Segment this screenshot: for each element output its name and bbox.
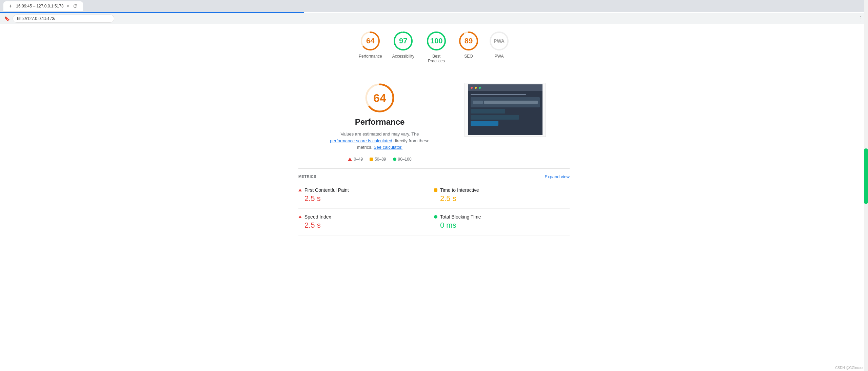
history-icon[interactable]: ⏱	[73, 3, 78, 9]
ss-label	[473, 101, 483, 104]
see-calculator-link[interactable]: See calculator.	[374, 145, 402, 150]
score-ring-pwa	[489, 31, 509, 51]
score-ring-seo	[458, 31, 479, 51]
fcp-status-icon	[298, 189, 302, 191]
big-score-circle: 64	[364, 83, 395, 113]
ss-button	[471, 121, 498, 126]
metric-item-si: Speed Index 2.5 s	[298, 209, 434, 235]
fcp-label: First Contentful Paint	[304, 187, 349, 193]
score-circle-performance: 64	[360, 31, 380, 51]
score-circle-pwa: PWA	[489, 31, 509, 51]
screenshot-preview	[468, 84, 542, 135]
description-prefix: Values are estimated and may vary. The	[340, 131, 419, 137]
big-score-ring	[364, 83, 395, 113]
si-status-icon	[298, 215, 302, 218]
detail-section: 64 Performance Values are estimated and …	[231, 69, 637, 168]
ss-header	[468, 84, 542, 91]
score-ring-best-practices	[426, 31, 447, 51]
metric-name-row-si: Speed Index	[298, 214, 434, 220]
metric-name-row-fcp: First Contentful Paint	[298, 187, 434, 193]
si-label: Speed Index	[304, 214, 331, 220]
score-ring-performance	[360, 31, 380, 51]
metric-item-fcp: First Contentful Paint 2.5 s	[298, 182, 434, 209]
browser-tab[interactable]: + 16:09:45 – 127.0.0.1:5173 ▼ ⏱	[3, 1, 83, 11]
metrics-header: METRICS Expand view	[298, 168, 570, 182]
pass-range: 90–100	[398, 157, 412, 162]
scrollbar-thumb[interactable]	[864, 148, 868, 204]
tbt-label: Total Blocking Time	[440, 214, 481, 220]
average-icon	[370, 158, 373, 161]
average-range: 50–89	[375, 157, 386, 162]
svg-point-7	[460, 32, 477, 50]
main-content: 64 Performance 97 Accessibility	[0, 24, 868, 246]
ss-row-3	[471, 115, 519, 120]
ss-dot-red	[471, 87, 473, 89]
legend-fail: 0–49	[348, 157, 363, 162]
score-label-best-practices: Best Practices	[425, 54, 448, 63]
expand-view-button[interactable]: Expand view	[545, 174, 570, 179]
si-value: 2.5 s	[298, 221, 434, 230]
fcp-value: 2.5 s	[298, 194, 434, 203]
fail-icon	[348, 158, 352, 161]
site-icon: 🔖	[4, 16, 10, 21]
ss-input	[484, 101, 538, 104]
svg-point-3	[394, 32, 412, 50]
score-ring-accessibility	[393, 31, 413, 51]
score-detail-left: 64 Performance Values are estimated and …	[322, 83, 437, 162]
score-item-best-practices: 100 Best Practices	[425, 31, 448, 63]
pass-icon	[393, 158, 396, 161]
url-input[interactable]: http://127.0.0.1:5173/	[13, 15, 114, 23]
score-item-pwa: PWA PWA	[489, 31, 509, 59]
tti-label: Time to Interactive	[440, 187, 479, 193]
score-summary: 64 Performance 97 Accessibility	[0, 24, 868, 69]
tbt-value: 0 ms	[434, 221, 570, 230]
score-item-accessibility: 97 Accessibility	[392, 31, 414, 59]
address-bar: 🔖 http://127.0.0.1:5173/ ⋮	[0, 13, 868, 24]
score-circle-accessibility: 97	[393, 31, 413, 51]
new-tab-button[interactable]: +	[9, 3, 12, 9]
metrics-title: METRICS	[298, 174, 316, 179]
ss-dot-yellow	[475, 87, 477, 89]
metrics-section: METRICS Expand view First Contentful Pai…	[231, 168, 637, 246]
performance-calc-link[interactable]: performance score is calculated	[330, 138, 392, 143]
tti-status-icon	[434, 188, 437, 192]
score-description: Values are estimated and may vary. The p…	[329, 131, 431, 151]
more-options-icon[interactable]: ⋮	[858, 15, 864, 22]
score-detail-title: Performance	[355, 117, 405, 127]
ss-form-row	[471, 97, 540, 107]
metric-name-row-tti: Time to Interactive	[434, 187, 570, 193]
score-circle-seo: 89	[458, 31, 479, 51]
score-legend: 0–49 50–89 90–100	[348, 157, 411, 162]
tab-dropdown-icon[interactable]: ▼	[66, 4, 70, 8]
scrollbar[interactable]	[864, 0, 868, 246]
fail-range: 0–49	[354, 157, 363, 162]
score-label-accessibility: Accessibility	[392, 54, 414, 59]
ss-line-1	[471, 94, 526, 95]
svg-point-8	[490, 32, 508, 50]
svg-point-5	[428, 32, 445, 50]
score-label-pwa: PWA	[495, 54, 504, 59]
legend-pass: 90–100	[393, 157, 412, 162]
screenshot-box	[465, 83, 546, 137]
metrics-grid: First Contentful Paint 2.5 s Time to Int…	[298, 182, 570, 235]
score-label-seo: SEO	[464, 54, 473, 59]
ss-row-2	[471, 109, 505, 114]
tbt-status-icon	[434, 215, 437, 219]
score-label-performance: Performance	[359, 54, 382, 59]
metric-item-tti: Time to Interactive 2.5 s	[434, 182, 570, 209]
tti-value: 2.5 s	[434, 194, 570, 203]
ss-dot-green	[479, 87, 481, 89]
tab-title: 16:09:45 – 127.0.0.1:5173	[16, 4, 63, 8]
metric-item-tbt: Total Blocking Time 0 ms	[434, 209, 570, 235]
score-item-seo: 89 SEO	[458, 31, 479, 59]
metric-name-row-tbt: Total Blocking Time	[434, 214, 570, 220]
score-circle-best-practices: 100	[426, 31, 447, 51]
ss-body	[468, 91, 542, 128]
score-item-performance: 64 Performance	[359, 31, 382, 59]
legend-average: 50–89	[370, 157, 386, 162]
